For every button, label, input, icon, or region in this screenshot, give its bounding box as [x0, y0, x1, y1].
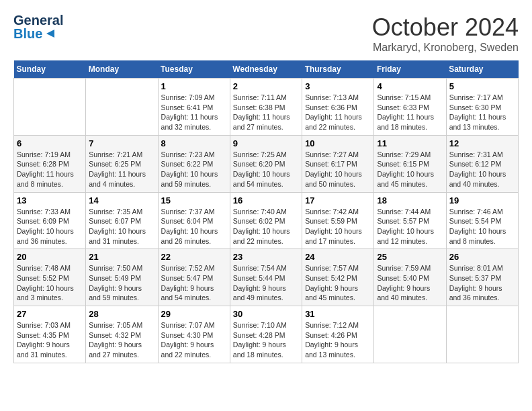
day-number: 20 [17, 252, 83, 262]
day-number: 23 [233, 252, 299, 262]
calendar-cell: 15 Sunrise: 7:37 AM Sunset: 6:04 PM Dayl… [158, 192, 230, 249]
day-info: Sunrise: 7:48 AM Sunset: 5:52 PM Dayligh… [17, 263, 83, 303]
calendar-cell: 23 Sunrise: 7:54 AM Sunset: 5:44 PM Dayl… [230, 249, 302, 306]
day-number: 18 [377, 195, 443, 205]
calendar-cell: 31 Sunrise: 7:12 AM Sunset: 4:26 PM Dayl… [302, 306, 374, 363]
sunset-text: Sunset: 6:25 PM [89, 160, 141, 168]
day-info: Sunrise: 7:40 AM Sunset: 6:02 PM Dayligh… [233, 207, 299, 246]
day-number: 7 [89, 138, 154, 148]
calendar-row: 1 Sunrise: 7:09 AM Sunset: 6:41 PM Dayli… [14, 79, 519, 136]
calendar-body: 1 Sunrise: 7:09 AM Sunset: 6:41 PM Dayli… [14, 79, 519, 363]
calendar-cell: 1 Sunrise: 7:09 AM Sunset: 6:41 PM Dayli… [158, 79, 230, 136]
header-sunday: Sunday [14, 60, 86, 79]
sunset-text: Sunset: 5:37 PM [449, 274, 502, 282]
day-info: Sunrise: 7:35 AM Sunset: 6:07 PM Dayligh… [89, 207, 154, 246]
day-number: 30 [233, 309, 299, 319]
daylight-text: Daylight: 9 hours and 54 minutes. [161, 284, 214, 302]
daylight-text: Daylight: 10 hours and 50 minutes. [305, 170, 362, 188]
sunset-text: Sunset: 6:22 PM [161, 160, 214, 168]
day-number: 24 [305, 252, 371, 262]
day-info: Sunrise: 7:07 AM Sunset: 4:30 PM Dayligh… [161, 320, 227, 360]
sunrise-text: Sunrise: 7:05 AM [89, 321, 142, 329]
header-saturday: Saturday [446, 60, 518, 79]
day-info: Sunrise: 7:17 AM Sunset: 6:30 PM Dayligh… [449, 93, 515, 132]
day-number: 14 [89, 195, 154, 205]
sunrise-text: Sunrise: 7:42 AM [305, 208, 359, 216]
calendar-cell [86, 79, 158, 136]
sunrise-text: Sunrise: 7:03 AM [17, 321, 71, 329]
daylight-text: Daylight: 9 hours and 59 minutes. [89, 284, 142, 302]
daylight-text: Daylight: 10 hours and 36 minutes. [17, 227, 74, 245]
day-number: 28 [89, 309, 154, 319]
sunrise-text: Sunrise: 7:46 AM [449, 208, 503, 216]
calendar-row: 27 Sunrise: 7:03 AM Sunset: 4:35 PM Dayl… [14, 306, 519, 363]
calendar-table: Sunday Monday Tuesday Wednesday Thursday… [13, 60, 519, 363]
day-number: 25 [377, 252, 443, 262]
calendar-cell: 11 Sunrise: 7:29 AM Sunset: 6:15 PM Dayl… [374, 135, 446, 192]
calendar-row: 20 Sunrise: 7:48 AM Sunset: 5:52 PM Dayl… [14, 249, 519, 306]
day-number: 17 [305, 195, 371, 205]
calendar-cell: 25 Sunrise: 7:59 AM Sunset: 5:40 PM Dayl… [374, 249, 446, 306]
sunrise-text: Sunrise: 7:27 AM [305, 150, 359, 158]
daylight-text: Daylight: 9 hours and 27 minutes. [89, 340, 142, 359]
day-info: Sunrise: 7:05 AM Sunset: 4:32 PM Dayligh… [89, 320, 154, 360]
day-number: 8 [161, 138, 227, 148]
sunset-text: Sunset: 6:41 PM [161, 103, 214, 111]
svg-marker-0 [46, 30, 54, 38]
day-number: 27 [17, 309, 83, 319]
calendar-cell: 29 Sunrise: 7:07 AM Sunset: 4:30 PM Dayl… [158, 306, 230, 363]
sunset-text: Sunset: 4:30 PM [161, 331, 214, 339]
calendar-cell: 6 Sunrise: 7:19 AM Sunset: 6:28 PM Dayli… [14, 135, 86, 192]
day-info: Sunrise: 7:11 AM Sunset: 6:38 PM Dayligh… [233, 93, 299, 132]
daylight-text: Daylight: 9 hours and 31 minutes. [17, 340, 70, 359]
sunrise-text: Sunrise: 7:48 AM [17, 264, 71, 272]
header-friday: Friday [374, 60, 446, 79]
day-number: 26 [449, 252, 515, 262]
calendar-cell: 26 Sunrise: 8:01 AM Sunset: 5:37 PM Dayl… [446, 249, 518, 306]
day-number: 2 [233, 81, 299, 91]
day-info: Sunrise: 7:27 AM Sunset: 6:17 PM Dayligh… [305, 150, 371, 189]
sunrise-text: Sunrise: 7:54 AM [233, 264, 287, 272]
day-info: Sunrise: 7:19 AM Sunset: 6:28 PM Dayligh… [17, 150, 83, 189]
sunrise-text: Sunrise: 7:33 AM [17, 208, 71, 216]
sunset-text: Sunset: 5:49 PM [89, 274, 141, 282]
sunset-text: Sunset: 6:30 PM [449, 103, 502, 111]
day-number: 12 [449, 138, 515, 148]
sunset-text: Sunset: 5:59 PM [305, 217, 357, 225]
sunrise-text: Sunrise: 7:59 AM [377, 264, 431, 272]
day-number: 21 [89, 252, 154, 262]
day-info: Sunrise: 7:44 AM Sunset: 5:57 PM Dayligh… [377, 207, 443, 246]
day-info: Sunrise: 7:37 AM Sunset: 6:04 PM Dayligh… [161, 207, 227, 246]
daylight-text: Daylight: 10 hours and 45 minutes. [377, 170, 434, 188]
calendar-cell: 12 Sunrise: 7:31 AM Sunset: 6:12 PM Dayl… [446, 135, 518, 192]
sunrise-text: Sunrise: 7:11 AM [233, 93, 287, 101]
sunrise-text: Sunrise: 7:19 AM [17, 150, 71, 158]
sunset-text: Sunset: 6:28 PM [17, 160, 69, 168]
sunrise-text: Sunrise: 7:31 AM [449, 150, 503, 158]
sunrise-text: Sunrise: 7:23 AM [161, 150, 215, 158]
sunset-text: Sunset: 6:17 PM [305, 160, 357, 168]
day-number: 4 [377, 81, 443, 91]
sunrise-text: Sunrise: 7:29 AM [377, 150, 431, 158]
daylight-text: Daylight: 11 hours and 4 minutes. [89, 170, 146, 188]
sunset-text: Sunset: 5:44 PM [233, 274, 285, 282]
day-info: Sunrise: 7:03 AM Sunset: 4:35 PM Dayligh… [17, 320, 83, 360]
daylight-text: Daylight: 10 hours and 12 minutes. [377, 227, 434, 245]
calendar-cell: 14 Sunrise: 7:35 AM Sunset: 6:07 PM Dayl… [86, 192, 158, 249]
calendar-cell: 9 Sunrise: 7:25 AM Sunset: 6:20 PM Dayli… [230, 135, 302, 192]
day-info: Sunrise: 7:29 AM Sunset: 6:15 PM Dayligh… [377, 150, 443, 189]
sunset-text: Sunset: 5:47 PM [161, 274, 214, 282]
calendar-cell: 16 Sunrise: 7:40 AM Sunset: 6:02 PM Dayl… [230, 192, 302, 249]
sunrise-text: Sunrise: 7:40 AM [233, 208, 287, 216]
day-info: Sunrise: 7:12 AM Sunset: 4:26 PM Dayligh… [305, 320, 371, 360]
sunrise-text: Sunrise: 7:09 AM [161, 93, 215, 101]
day-info: Sunrise: 7:46 AM Sunset: 5:54 PM Dayligh… [449, 207, 515, 246]
location-title: Markaryd, Kronoberg, Sweden [372, 42, 519, 54]
daylight-text: Daylight: 10 hours and 31 minutes. [89, 227, 146, 245]
daylight-text: Daylight: 11 hours and 8 minutes. [17, 170, 74, 188]
sunset-text: Sunset: 4:35 PM [17, 331, 69, 339]
calendar-row: 13 Sunrise: 7:33 AM Sunset: 6:09 PM Dayl… [14, 192, 519, 249]
calendar-cell: 13 Sunrise: 7:33 AM Sunset: 6:09 PM Dayl… [14, 192, 86, 249]
calendar-cell: 20 Sunrise: 7:48 AM Sunset: 5:52 PM Dayl… [14, 249, 86, 306]
sunrise-text: Sunrise: 7:13 AM [305, 93, 359, 101]
